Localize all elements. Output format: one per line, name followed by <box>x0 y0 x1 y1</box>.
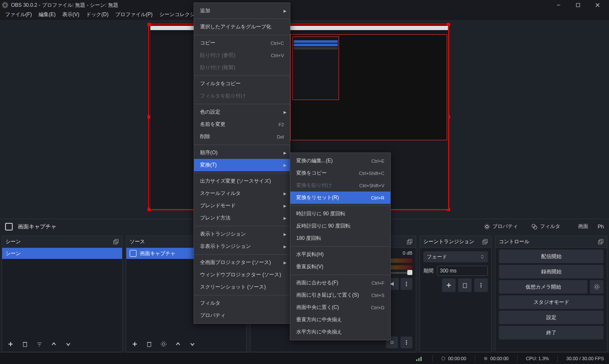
filters-button[interactable]: フィルタ <box>527 221 565 232</box>
exit-button[interactable]: 終了 <box>499 326 603 339</box>
svg-rect-9 <box>114 241 117 244</box>
move-source-up-button[interactable] <box>172 338 184 350</box>
ctx-rotate-ccw[interactable]: 反時計回りに 90 度回転 <box>290 220 390 232</box>
context-submenu-transform: 変換の編集...(E)Ctrl+E 変換をコピーCtrl+Shift+C 変換を… <box>290 153 391 340</box>
ctx-center-horizontal[interactable]: 水平方向に中央揃え <box>290 326 390 338</box>
ctx-edit-transform[interactable]: 変換の編集...(E)Ctrl+E <box>290 155 390 167</box>
ctx-center-vertical[interactable]: 垂直方向に中央揃え <box>290 314 390 326</box>
ctx-paste-transform[interactable]: 変換を貼り付けCtrl+Shift+V <box>290 179 390 192</box>
virtual-camera-settings-button[interactable] <box>590 280 603 294</box>
transitions-panel: シーントランジション フェード 期間 300 ms <box>420 236 492 352</box>
ctx-blend-method[interactable]: ブレンド方法 <box>194 212 290 224</box>
ctx-copy-filters[interactable]: フィルタをコピー <box>194 78 290 90</box>
remove-source-button[interactable] <box>143 338 155 350</box>
ctx-scale-filter[interactable]: スケールフィルタ <box>194 187 290 200</box>
ctx-stretch-to-screen[interactable]: 画面に引き延ばして置く(S)Ctrl+S <box>290 289 390 301</box>
ctx-transform[interactable]: 変換(T) <box>194 159 290 171</box>
updown-icon <box>480 255 484 259</box>
start-recording-button[interactable]: 録画開始 <box>499 265 603 278</box>
svg-point-32 <box>391 341 393 344</box>
close-button[interactable] <box>588 0 607 10</box>
svg-point-31 <box>406 285 407 286</box>
move-scene-down-button[interactable] <box>62 338 74 350</box>
ctx-rotate-180[interactable]: 180 度回転 <box>290 232 390 245</box>
remove-scene-button[interactable] <box>19 338 31 350</box>
ctx-resize-output[interactable]: 出力サイズ変更 (ソースサイズ) <box>194 175 290 187</box>
move-source-down-button[interactable] <box>186 338 198 350</box>
ctx-screenshot[interactable]: スクリーンショット (ソース) <box>194 281 290 293</box>
ctx-fit-to-screen[interactable]: 画面に合わせる(F)Ctrl+F <box>290 277 390 289</box>
monitor-icon <box>130 250 136 257</box>
svg-point-6 <box>484 224 489 229</box>
ctx-paste-dup[interactable]: 貼り付け (複製) <box>194 61 290 74</box>
ctx-filters[interactable]: フィルタ <box>194 297 290 309</box>
svg-point-47 <box>594 284 599 289</box>
svg-rect-37 <box>484 239 487 243</box>
menu-view[interactable]: 表示(V) <box>59 10 83 19</box>
svg-point-25 <box>161 342 166 347</box>
add-transition-button[interactable] <box>442 278 456 292</box>
ctx-order[interactable]: 順序(O) <box>194 147 290 159</box>
popout-icon[interactable] <box>113 239 119 245</box>
ctx-paste-filters[interactable]: フィルタを貼り付け <box>194 90 290 102</box>
popout-icon[interactable] <box>406 239 412 245</box>
ctx-properties[interactable]: プロパティ <box>194 309 290 322</box>
ctx-copy-transform[interactable]: 変換をコピーCtrl+Shift+C <box>290 167 390 179</box>
svg-point-24 <box>162 343 165 345</box>
source-properties-button[interactable] <box>158 338 170 350</box>
start-streaming-button[interactable]: 配信開始 <box>499 250 603 263</box>
menu-edit[interactable]: 編集(E) <box>35 10 59 19</box>
scene-filters-button[interactable] <box>33 338 45 350</box>
ctx-fullscreen-projector[interactable]: 全画面プロジェクター (ソース) <box>194 256 290 269</box>
dots-icon <box>403 281 409 287</box>
filters-icon <box>531 224 537 230</box>
ctx-copy[interactable]: コピーCtrl+C <box>194 37 290 49</box>
properties-button[interactable]: プロパティ <box>480 221 522 232</box>
controls-title: コントロール <box>499 238 529 245</box>
transition-properties-button[interactable] <box>474 278 488 292</box>
ctx-reset-transform[interactable]: 変換をリセット(R)Ctrl+R <box>290 192 390 204</box>
move-scene-up-button[interactable] <box>48 338 60 350</box>
ctx-blend-mode[interactable]: ブレンドモード <box>194 200 290 212</box>
scene-item[interactable]: シーン <box>2 248 122 259</box>
ctx-color-settings[interactable]: 色の設定 <box>194 106 290 118</box>
ctx-rotate-cw[interactable]: 時計回りに 90 度回転 <box>290 208 390 220</box>
studio-mode-button[interactable]: スタジオモード <box>499 295 603 309</box>
context-menu-source: 追加 選択したアイテムをグループ化 コピーCtrl+C 貼り付け (参照)Ctr… <box>194 3 290 324</box>
transitions-title: シーントランジション <box>423 238 474 245</box>
start-virtual-camera-button[interactable]: 仮想カメラ開始 <box>499 280 587 294</box>
popout-icon[interactable] <box>598 239 603 245</box>
menu-file[interactable]: ファイル(F) <box>2 10 35 19</box>
add-source-button[interactable] <box>129 338 141 350</box>
ctx-window-projector[interactable]: ウィンドウプロジェクター (ソース) <box>194 269 290 281</box>
svg-rect-36 <box>483 241 486 244</box>
mixer-options-button[interactable] <box>400 278 412 290</box>
status-fps: 30.00 / 30.00 FPS <box>566 356 604 361</box>
svg-rect-13 <box>23 342 27 347</box>
ctx-rename[interactable]: 名前を変更F2 <box>194 118 290 131</box>
ctx-add[interactable]: 追加 <box>194 5 290 17</box>
ctx-show-transition[interactable]: 表示トランジション <box>194 228 290 240</box>
ctx-group-selected[interactable]: 選択したアイテムをグループ化 <box>194 21 290 33</box>
mixer-menu-button[interactable] <box>400 336 412 348</box>
settings-button[interactable]: 設定 <box>499 311 603 324</box>
menu-dock[interactable]: ドック(D) <box>83 10 112 19</box>
add-scene-button[interactable] <box>5 338 17 350</box>
rec-dot-icon <box>484 356 488 361</box>
ctx-delete[interactable]: 削除Del <box>194 131 290 143</box>
ctx-hide-transition[interactable]: 非表示トランジション <box>194 240 290 253</box>
ctx-flip-vertical[interactable]: 垂直反転(V) <box>290 261 390 273</box>
transition-select[interactable]: フェード <box>423 251 488 262</box>
maximize-button[interactable] <box>568 0 588 10</box>
transition-duration-input[interactable]: 300 ms <box>437 266 488 276</box>
minimize-button[interactable] <box>549 0 568 10</box>
ctx-flip-horizontal[interactable]: 水平反転(H) <box>290 248 390 261</box>
svg-rect-49 <box>418 358 420 361</box>
popout-icon[interactable] <box>482 239 488 245</box>
ctx-center-to-screen[interactable]: 画面中央に置く(C)Ctrl+D <box>290 301 390 314</box>
mixer-channel-db: 0 dB <box>403 250 412 258</box>
menu-profile[interactable]: プロファイル(P) <box>112 10 156 19</box>
ctx-paste-ref[interactable]: 貼り付け (参照)Ctrl+V <box>194 49 290 61</box>
svg-point-51 <box>442 357 445 360</box>
remove-transition-button[interactable] <box>458 278 472 292</box>
